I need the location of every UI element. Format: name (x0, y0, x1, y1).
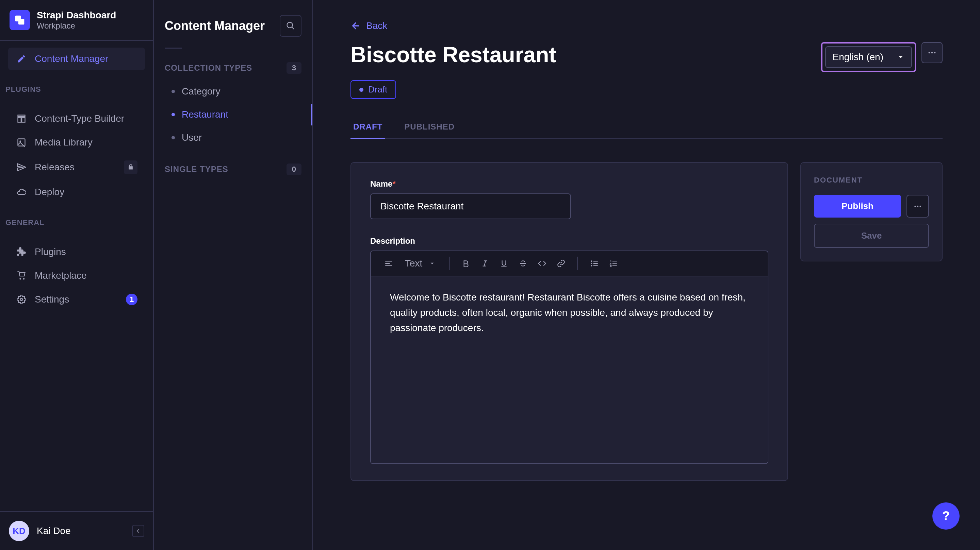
sidebar-item-deploy[interactable]: Deploy (8, 181, 145, 203)
arrow-left-icon (350, 21, 361, 31)
sidebar-item-label: Content-Type Builder (35, 113, 124, 124)
rich-text-editor: Text (370, 250, 768, 464)
sidebar-item-releases[interactable]: Releases (8, 155, 145, 179)
page-title: Biscotte Restaurant (350, 42, 556, 67)
layout-icon (16, 113, 27, 124)
toolbar-bold-button[interactable] (458, 255, 474, 272)
italic-icon (480, 259, 489, 268)
publish-button[interactable]: Publish (814, 195, 901, 217)
toolbar-link-button[interactable] (553, 255, 569, 272)
save-button[interactable]: Save (814, 223, 929, 248)
svg-point-6 (21, 298, 23, 301)
toolbar-separator (449, 257, 450, 270)
sidebar-item-content-manager[interactable]: Content Manager (8, 48, 145, 70)
svg-point-11 (591, 260, 592, 262)
brand-title: Strapi Dashboard (37, 10, 116, 21)
sidebar-item-label: Content Manager (35, 53, 108, 64)
link-icon (557, 259, 566, 268)
help-button[interactable]: ? (932, 502, 959, 529)
code-icon (538, 259, 546, 268)
toolbar-number-list-button[interactable] (605, 255, 622, 272)
sidebar-item-settings[interactable]: Settings 1 (8, 288, 145, 311)
divider (165, 48, 182, 49)
svg-point-9 (931, 52, 933, 54)
toolbar-strikethrough-button[interactable] (515, 255, 531, 272)
collection-types-count: 3 (286, 62, 301, 74)
type-item-category[interactable]: Category (165, 81, 301, 102)
puzzle-icon (16, 246, 27, 258)
underline-icon (500, 259, 508, 268)
sidebar-item-media-library[interactable]: Media Library (8, 131, 145, 154)
strikethrough-icon (519, 259, 527, 268)
align-left-icon (384, 259, 393, 268)
svg-point-5 (23, 278, 25, 280)
more-horizontal-icon (913, 202, 922, 211)
dot-icon (172, 90, 175, 93)
user-name: Kai Doe (37, 526, 71, 536)
tab-draft[interactable]: Draft (350, 116, 385, 139)
tab-published[interactable]: Published (401, 116, 457, 139)
more-actions-button[interactable] (921, 42, 943, 63)
svg-point-10 (934, 52, 936, 54)
language-select[interactable]: English (en) (825, 46, 912, 68)
toolbar-italic-button[interactable] (477, 255, 493, 272)
toolbar-code-button[interactable] (534, 255, 550, 272)
bullet-list-icon (590, 259, 599, 268)
caret-down-icon (429, 260, 435, 266)
single-types-count: 0 (286, 163, 301, 175)
gear-icon (16, 294, 27, 305)
type-item-restaurant[interactable]: Restaurant (165, 104, 301, 125)
svg-point-16 (920, 205, 921, 207)
search-button[interactable] (280, 15, 301, 37)
sidebar-item-label: Settings (35, 294, 69, 305)
nav-heading-plugins: Plugins (0, 78, 153, 101)
cart-icon (16, 270, 27, 281)
back-label: Back (366, 21, 387, 31)
dot-icon (172, 113, 175, 116)
toolbar-text-dropdown[interactable]: Text (399, 255, 441, 272)
svg-point-14 (914, 205, 916, 207)
sidebar-item-label: Plugins (35, 246, 66, 257)
back-link[interactable]: Back (350, 21, 387, 31)
lock-icon (124, 160, 137, 174)
editor-content[interactable]: Welcome to Biscotte restaurant! Restaura… (371, 276, 768, 463)
svg-point-15 (917, 205, 918, 207)
svg-rect-2 (18, 139, 25, 146)
number-list-icon (609, 259, 618, 268)
language-highlight: English (en) (821, 42, 916, 72)
strapi-logo-icon (10, 10, 30, 30)
name-input[interactable] (370, 193, 571, 219)
avatar[interactable]: KD (9, 521, 29, 541)
caret-down-icon (897, 53, 904, 61)
more-horizontal-icon (927, 48, 937, 57)
send-icon (16, 162, 27, 173)
sidebar-item-content-type-builder[interactable]: Content-Type Builder (8, 108, 145, 130)
svg-point-7 (287, 22, 293, 28)
document-heading: Document (814, 176, 929, 185)
publish-more-button[interactable] (907, 195, 929, 217)
toolbar-underline-button[interactable] (496, 255, 512, 272)
toolbar-align-button[interactable] (380, 255, 397, 272)
collection-types-label: Collection Types (165, 63, 252, 73)
form-card: Name* Description Text (350, 162, 788, 481)
svg-point-12 (591, 263, 592, 264)
sidebar-item-label: Media Library (35, 137, 92, 148)
type-item-label: User (182, 132, 202, 143)
collapse-sidebar-button[interactable] (132, 525, 144, 537)
toolbar-bullet-list-button[interactable] (586, 255, 603, 272)
type-item-user[interactable]: User (165, 127, 301, 149)
search-icon (286, 21, 295, 30)
svg-point-4 (19, 278, 21, 280)
type-item-label: Category (182, 86, 221, 97)
description-label: Description (370, 236, 768, 246)
sidebar-item-plugins[interactable]: Plugins (8, 241, 145, 263)
svg-point-13 (591, 265, 592, 266)
language-value: English (en) (833, 52, 883, 63)
status-badge: Draft (350, 80, 396, 99)
toolbar-text-label: Text (405, 258, 422, 269)
settings-badge: 1 (126, 294, 137, 305)
sidebar-item-label: Deploy (35, 187, 64, 198)
sidebar-item-label: Marketplace (35, 270, 87, 281)
bold-icon (461, 259, 470, 268)
sidebar-item-marketplace[interactable]: Marketplace (8, 265, 145, 287)
